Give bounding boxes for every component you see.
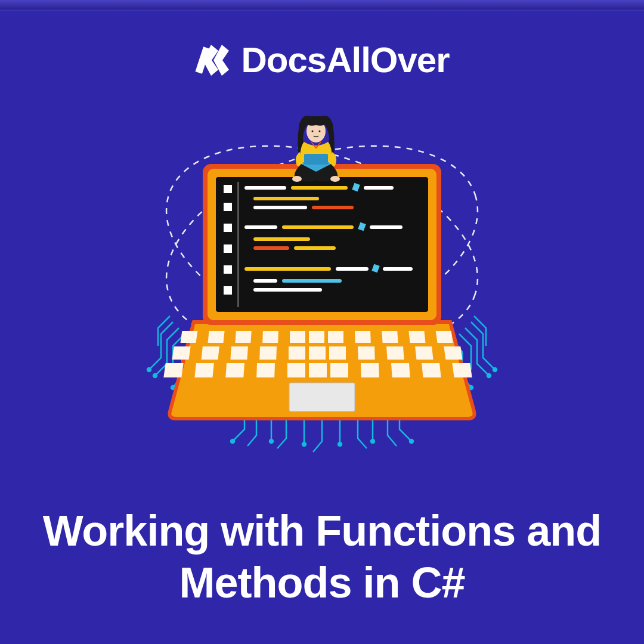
svg-rect-30 <box>202 346 219 360</box>
svg-rect-20 <box>235 331 251 343</box>
svg-point-3 <box>493 368 497 371</box>
logo-icon <box>194 42 230 78</box>
svg-rect-34 <box>309 346 326 360</box>
svg-point-91 <box>330 176 340 182</box>
svg-rect-24 <box>328 331 343 343</box>
svg-rect-21 <box>262 331 278 343</box>
svg-rect-57 <box>224 203 232 211</box>
svg-point-1 <box>153 374 157 377</box>
svg-rect-75 <box>253 246 289 250</box>
svg-rect-32 <box>259 346 277 360</box>
svg-rect-43 <box>256 363 275 377</box>
svg-rect-18 <box>180 331 197 343</box>
svg-rect-27 <box>408 331 425 343</box>
svg-point-85 <box>312 131 314 132</box>
svg-rect-70 <box>244 225 277 229</box>
svg-rect-23 <box>309 331 324 343</box>
svg-point-9 <box>338 442 342 446</box>
svg-rect-71 <box>282 225 354 229</box>
svg-rect-55 <box>216 177 428 312</box>
svg-rect-64 <box>291 186 348 190</box>
brand-name: DocsAllOver <box>241 39 449 80</box>
svg-rect-48 <box>391 363 410 377</box>
svg-point-0 <box>147 368 151 371</box>
svg-rect-56 <box>224 185 232 193</box>
svg-point-6 <box>231 439 234 443</box>
svg-rect-45 <box>309 363 327 377</box>
svg-rect-33 <box>289 346 305 360</box>
svg-rect-77 <box>244 267 331 271</box>
svg-rect-19 <box>208 331 224 343</box>
svg-rect-67 <box>253 197 319 200</box>
svg-rect-80 <box>383 267 413 271</box>
svg-rect-46 <box>330 363 348 377</box>
svg-point-90 <box>292 176 302 182</box>
page-title: Working with Functions and Methods in C# <box>0 505 644 608</box>
svg-point-4 <box>487 374 491 377</box>
svg-rect-51 <box>289 383 355 411</box>
svg-rect-69 <box>312 206 354 209</box>
svg-rect-81 <box>253 279 277 283</box>
svg-rect-22 <box>290 331 305 343</box>
svg-rect-49 <box>422 363 441 377</box>
svg-rect-68 <box>253 206 307 209</box>
svg-rect-78 <box>336 267 369 271</box>
svg-point-7 <box>270 439 273 443</box>
svg-rect-82 <box>282 279 342 283</box>
svg-rect-66 <box>364 186 394 190</box>
svg-rect-62 <box>237 182 239 307</box>
svg-point-8 <box>302 442 306 446</box>
svg-rect-89 <box>304 154 328 165</box>
svg-rect-31 <box>230 346 248 360</box>
svg-rect-40 <box>163 363 183 377</box>
svg-point-11 <box>410 439 413 443</box>
svg-point-10 <box>371 439 374 443</box>
svg-rect-83 <box>253 288 322 292</box>
svg-rect-39 <box>444 346 462 360</box>
svg-rect-50 <box>452 363 472 377</box>
svg-rect-36 <box>358 346 375 360</box>
svg-rect-61 <box>224 286 232 295</box>
svg-rect-38 <box>415 346 433 360</box>
svg-rect-28 <box>436 331 453 343</box>
svg-rect-59 <box>224 244 232 253</box>
svg-rect-58 <box>224 224 232 232</box>
svg-rect-35 <box>329 346 346 360</box>
svg-rect-74 <box>253 237 310 241</box>
top-accent-bar <box>0 0 644 11</box>
svg-rect-37 <box>386 346 404 360</box>
svg-rect-25 <box>355 331 371 343</box>
svg-rect-29 <box>172 346 191 360</box>
svg-rect-47 <box>361 363 379 377</box>
svg-rect-44 <box>287 363 305 377</box>
svg-rect-63 <box>244 186 286 190</box>
svg-rect-76 <box>294 246 336 250</box>
header: DocsAllOver <box>0 39 644 80</box>
svg-point-86 <box>319 131 321 132</box>
hero-illustration <box>137 107 507 453</box>
svg-rect-41 <box>194 363 214 377</box>
svg-rect-42 <box>225 363 244 377</box>
svg-rect-73 <box>370 225 402 229</box>
svg-rect-26 <box>382 331 398 343</box>
svg-rect-60 <box>224 265 232 274</box>
